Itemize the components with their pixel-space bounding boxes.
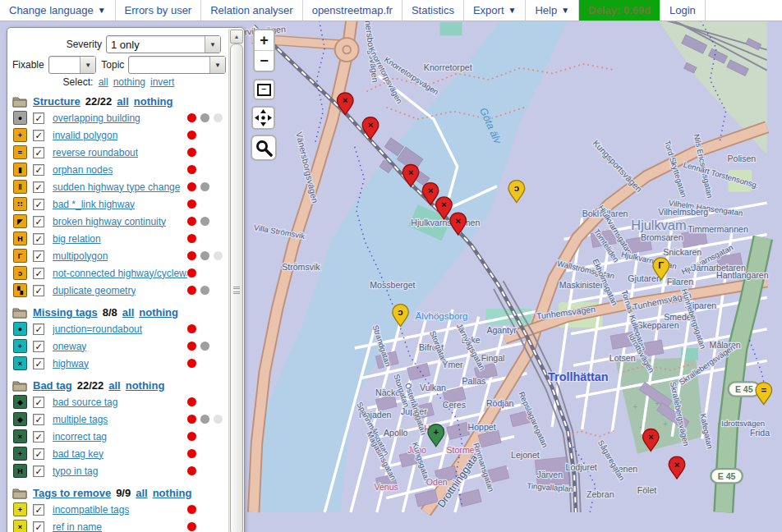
issue-checkbox[interactable]: ✓ <box>33 268 44 279</box>
issue-link[interactable]: multiple tags <box>53 414 108 425</box>
nav-item-change-language[interactable]: Change language▼ <box>0 0 116 21</box>
nav-item-help[interactable]: Help▼ <box>526 0 579 21</box>
issue-link[interactable]: not-connected highway/cycleway <box>53 268 187 279</box>
zoom-out-button[interactable]: − <box>255 51 274 71</box>
map-label: Fingal <box>481 353 505 363</box>
sidebar-scrollbar[interactable]: ▲ <box>228 29 243 532</box>
category-title-link[interactable]: Structure <box>33 95 80 108</box>
nav-item-label: openstreetmap.fr <box>312 4 393 16</box>
marker-glyph-icon: × <box>648 432 654 442</box>
issue-link[interactable]: typo in tag <box>53 466 98 477</box>
issue-checkbox[interactable]: ✓ <box>33 112 44 124</box>
issue-checkbox[interactable]: ✓ <box>33 397 44 408</box>
category-all-link[interactable]: all <box>117 95 128 108</box>
severity-dot-red <box>187 359 196 368</box>
issue-link[interactable]: incompatible tags <box>53 504 129 516</box>
category-all-link[interactable]: all <box>108 379 120 392</box>
issue-link[interactable]: duplicate geometry <box>53 285 136 296</box>
topic-select[interactable]: ▼ <box>128 56 226 74</box>
folder-icon <box>12 488 27 499</box>
issue-link[interactable]: sudden highway type change <box>53 181 180 193</box>
issue-checkbox[interactable]: ✓ <box>33 504 44 516</box>
issue-link[interactable]: bad *_link highway <box>53 199 135 210</box>
issue-checkbox[interactable]: ✓ <box>33 216 44 227</box>
issue-link[interactable]: highway <box>53 358 89 369</box>
issue-row: ●✓overlapping building <box>11 109 229 126</box>
issue-link[interactable]: orphan nodes <box>53 164 113 176</box>
issue-checkbox[interactable]: ✓ <box>33 130 44 141</box>
issue-link[interactable]: reverse roundabout <box>53 147 138 158</box>
nav-item-export[interactable]: Export▼ <box>464 0 526 21</box>
issue-checkbox[interactable]: ✓ <box>33 164 44 176</box>
nav-item-errors-by-user[interactable]: Errors by user <box>116 0 202 21</box>
nav-item-relation-analyser[interactable]: Relation analyser <box>201 0 302 21</box>
select-invert-link[interactable]: invert <box>150 76 174 88</box>
caret-down-icon: ▼ <box>508 6 517 15</box>
issue-link[interactable]: junction=roundabout <box>53 323 142 335</box>
category-nothing-link[interactable]: nothing <box>126 379 165 392</box>
nav-item-statistics[interactable]: Statistics <box>402 0 464 21</box>
issue-checkbox[interactable]: ✓ <box>33 285 44 296</box>
issue-checkbox[interactable]: ✓ <box>33 199 44 210</box>
issue-checkbox[interactable]: ✓ <box>33 341 44 352</box>
issue-link[interactable]: bad source tag <box>53 397 117 408</box>
scrollbar-thumb[interactable] <box>230 44 243 532</box>
issue-link[interactable]: multipolygon <box>53 250 108 262</box>
issue-checkbox[interactable]: ✓ <box>33 250 44 262</box>
issue-checkbox[interactable]: ✓ <box>33 147 44 158</box>
route-shield-e45: E 45 <box>711 469 742 483</box>
category-title-link[interactable]: Tags to remove <box>33 487 111 499</box>
issue-link[interactable]: invalid polygon <box>53 130 117 141</box>
severity-dot-red <box>187 251 196 260</box>
severity-dots <box>187 466 228 475</box>
issue-type-icon: + <box>13 502 27 516</box>
issue-checkbox[interactable]: ✓ <box>33 466 44 477</box>
category-nothing-link[interactable]: nothing <box>139 306 178 319</box>
category-title-link[interactable]: Missing tags <box>33 306 98 319</box>
issue-link[interactable]: bad tag key <box>53 448 104 460</box>
issue-link[interactable]: broken highway continuity <box>53 216 166 227</box>
category-all-link[interactable]: all <box>122 306 134 319</box>
issue-checkbox[interactable]: ✓ <box>33 233 44 245</box>
extent-button[interactable]: − <box>253 79 275 100</box>
category-all-link[interactable]: all <box>136 487 147 499</box>
search-button[interactable] <box>251 135 277 161</box>
locate-button[interactable] <box>251 106 275 130</box>
issue-checkbox[interactable]: ✓ <box>33 414 44 425</box>
issue-checkbox[interactable]: ✓ <box>33 448 44 460</box>
category-header: Missing tags8/8allnothing <box>12 306 229 319</box>
issue-checkbox[interactable]: ✓ <box>33 181 44 193</box>
issue-checkbox[interactable]: ✓ <box>33 323 44 335</box>
severity-dot-red <box>187 324 196 333</box>
issue-checkbox[interactable]: ✓ <box>33 521 44 532</box>
severity-dot-red <box>187 113 196 122</box>
issue-checkbox[interactable]: ✓ <box>33 358 44 369</box>
issue-link[interactable]: incorrect tag <box>53 431 107 443</box>
select-nothing-link[interactable]: nothing <box>113 76 145 88</box>
marker-glyph-icon: + <box>433 427 439 437</box>
nav-item-login[interactable]: Login <box>660 0 706 21</box>
issue-checkbox[interactable]: ✓ <box>33 431 44 443</box>
issue-link[interactable]: big relation <box>53 233 101 245</box>
severity-dot-grey <box>200 415 209 424</box>
category-nothing-link[interactable]: nothing <box>153 487 192 499</box>
category-title-link[interactable]: Bad tag <box>33 379 72 392</box>
select-all-link[interactable]: all <box>99 76 108 88</box>
nav-item-openstreetmap-fr[interactable]: openstreetmap.fr <box>303 0 402 21</box>
scroll-up-arrow-icon[interactable]: ▲ <box>230 30 243 44</box>
severity-select[interactable]: 1 only▼ <box>106 35 221 53</box>
severity-dot-red <box>187 268 196 277</box>
issue-link[interactable]: overlapping building <box>53 112 140 124</box>
issue-link[interactable]: oneway <box>53 341 86 352</box>
severity-dot-red <box>187 234 196 243</box>
issue-link[interactable]: ref in name <box>53 521 102 532</box>
nav-item-label: Delay: 0.69d <box>588 4 651 16</box>
fixable-select[interactable]: ▼ <box>48 56 97 74</box>
category-nothing-link[interactable]: nothing <box>134 95 173 108</box>
issue-type-icon: ● <box>13 111 27 125</box>
issue-row: ×✓highway <box>11 355 229 372</box>
zoom-in-button[interactable]: + <box>255 30 274 51</box>
map-label: Frida <box>750 428 770 438</box>
caret-down-icon: ▼ <box>561 6 569 15</box>
severity-dot-grey <box>200 251 209 260</box>
